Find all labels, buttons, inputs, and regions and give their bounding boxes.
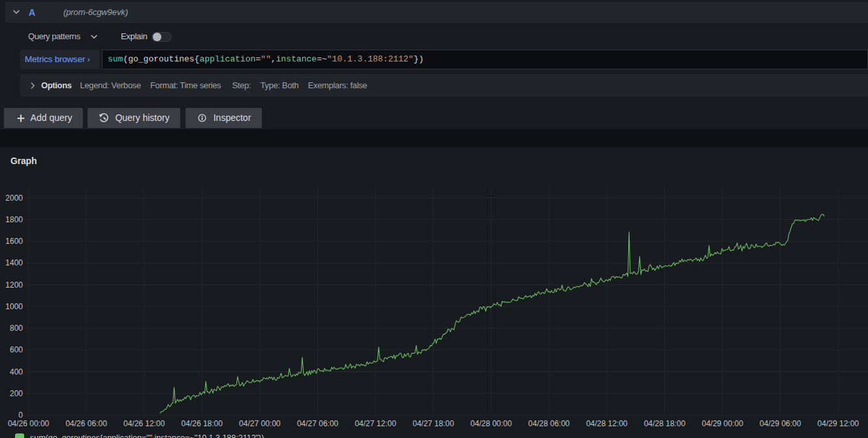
svg-text:04/27 06:00: 04/27 06:00 [297, 419, 339, 428]
svg-text:0: 0 [18, 411, 23, 420]
svg-text:04/28 06:00: 04/28 06:00 [528, 419, 570, 428]
svg-text:04/28 12:00: 04/28 12:00 [586, 419, 628, 428]
svg-text:04/28 00:00: 04/28 00:00 [470, 419, 512, 428]
svg-text:200: 200 [10, 389, 23, 398]
svg-text:1000: 1000 [5, 302, 23, 311]
svg-text:1400: 1400 [5, 258, 23, 267]
svg-text:400: 400 [10, 367, 23, 377]
svg-text:04/29 00:00: 04/29 00:00 [701, 419, 743, 428]
svg-text:04/27 00:00: 04/27 00:00 [239, 419, 281, 428]
svg-text:1600: 1600 [5, 237, 23, 246]
svg-text:04/27 12:00: 04/27 12:00 [355, 419, 396, 428]
svg-text:04/27 18:00: 04/27 18:00 [413, 419, 455, 428]
svg-text:04/28 18:00: 04/28 18:00 [644, 419, 686, 428]
svg-text:800: 800 [10, 324, 23, 333]
svg-text:04/26 06:00: 04/26 06:00 [65, 419, 107, 428]
svg-text:2000: 2000 [5, 194, 23, 203]
svg-text:04/26 00:00: 04/26 00:00 [8, 419, 50, 428]
svg-text:600: 600 [10, 345, 23, 354]
svg-text:04/29 06:00: 04/29 06:00 [760, 419, 801, 428]
svg-text:04/26 12:00: 04/26 12:00 [123, 419, 165, 428]
svg-text:1200: 1200 [5, 280, 23, 290]
svg-text:1800: 1800 [5, 215, 23, 224]
svg-text:04/26 18:00: 04/26 18:00 [182, 419, 223, 428]
svg-text:sum(go_goroutines{application=: sum(go_goroutines{application="" instanc… [30, 433, 264, 438]
svg-text:04/29 12:00: 04/29 12:00 [818, 419, 860, 428]
